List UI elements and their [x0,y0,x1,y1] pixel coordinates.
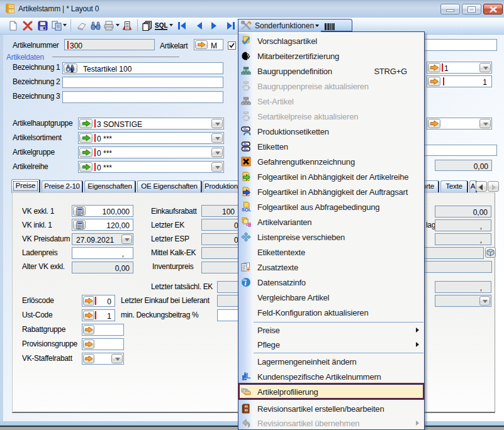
svg-text:1: 1 [70,67,74,73]
svg-text:SQL: SQL [155,22,168,29]
svg-text:SQL: SQL [242,207,251,212]
